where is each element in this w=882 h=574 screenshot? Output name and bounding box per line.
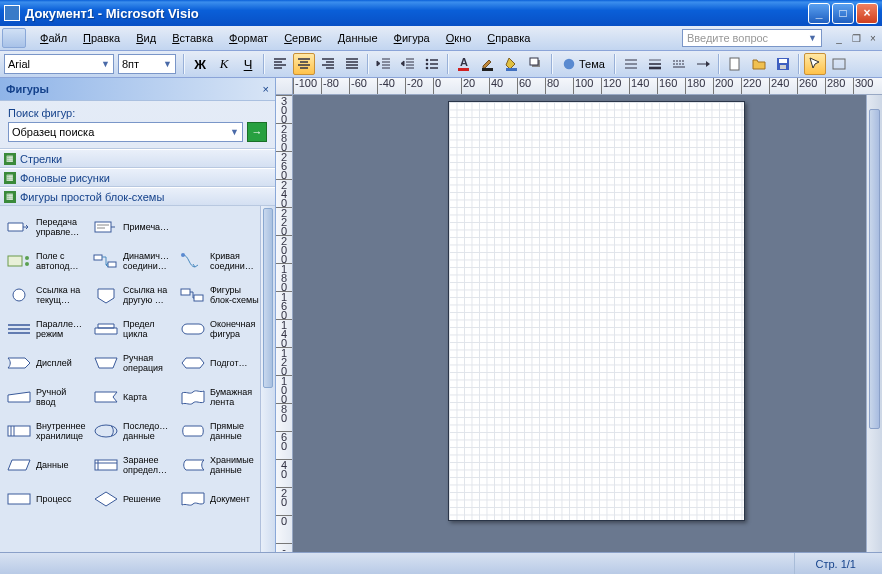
category-backgrounds[interactable]: ▦Фоновые рисунки (0, 168, 275, 187)
shape-item[interactable]: Кривая соедини… (176, 244, 263, 278)
minimize-button[interactable]: _ (808, 3, 830, 24)
mdi-restore-button[interactable]: ❐ (849, 31, 863, 45)
fill-color-button[interactable] (501, 53, 523, 75)
shape-label: Динамич… соедини… (123, 251, 174, 271)
new-button[interactable] (724, 53, 746, 75)
dropdown-icon: ▼ (230, 127, 239, 137)
shape-item[interactable]: Хранимые данные (176, 448, 263, 482)
ruler-tick: 300 (853, 78, 873, 94)
line-pattern-button[interactable] (668, 53, 690, 75)
ruler-tick: -20 (405, 78, 423, 94)
shape-item[interactable]: Заранее определ… (89, 448, 176, 482)
category-arrows[interactable]: ▦Стрелки (0, 149, 275, 168)
decrease-indent-button[interactable] (373, 53, 395, 75)
close-button[interactable]: × (856, 3, 878, 24)
shapes-scrollbar[interactable] (260, 206, 275, 555)
panel-close-button[interactable]: × (263, 83, 269, 95)
shape-item[interactable]: Внутреннее хранилище (2, 414, 89, 448)
line-ends-button[interactable] (692, 53, 714, 75)
menu-Правка[interactable]: Правка (75, 29, 128, 47)
titlebar: Документ1 - Microsoft Visio _ □ × (0, 0, 882, 26)
mdi-close-button[interactable]: × (866, 31, 880, 45)
shape-item[interactable]: Ссылка на другую … (89, 278, 176, 312)
ask-question-box[interactable]: Введите вопрос ▼ (682, 29, 822, 47)
svg-text:A: A (460, 56, 468, 68)
align-left-button[interactable] (269, 53, 291, 75)
shape-label: Прямые данные (210, 421, 261, 441)
menu-Сервис[interactable]: Сервис (276, 29, 330, 47)
ruler-tick: 0 (276, 515, 292, 526)
increase-indent-button[interactable] (397, 53, 419, 75)
scrollbar-thumb[interactable] (263, 208, 273, 388)
shape-item[interactable]: Бумажная лента (176, 380, 263, 414)
menu-Фигура[interactable]: Фигура (386, 29, 438, 47)
menu-Файл[interactable]: Файл (32, 29, 75, 47)
svg-rect-15 (95, 222, 111, 232)
horizontal-ruler[interactable]: -100-80-60-40-20020406080100120140160180… (293, 78, 882, 95)
shape-item[interactable]: Поле с автопод… (2, 244, 89, 278)
menu-bar: ФайлПравкаВидВставкаФорматСервисДанныеФи… (0, 26, 882, 51)
category-flowchart[interactable]: ▦Фигуры простой блок-схемы (0, 187, 275, 206)
italic-button[interactable]: К (213, 53, 235, 75)
vertical-scrollbar[interactable] (866, 95, 882, 555)
align-justify-button[interactable] (341, 53, 363, 75)
bold-button[interactable]: Ж (189, 53, 211, 75)
ruler-tick: 180 (276, 263, 292, 292)
bullet-list-button[interactable] (421, 53, 443, 75)
control-menu-icon[interactable] (2, 28, 26, 48)
underline-button[interactable]: Ч (237, 53, 259, 75)
menu-Окно[interactable]: Окно (438, 29, 480, 47)
shape-item[interactable]: Данные (2, 448, 89, 482)
search-go-button[interactable]: → (247, 122, 267, 142)
mdi-minimize-button[interactable]: _ (832, 31, 846, 45)
align-center-button[interactable] (293, 53, 315, 75)
scrollbar-thumb[interactable] (869, 109, 880, 429)
menu-Вид[interactable]: Вид (128, 29, 164, 47)
menu-Данные[interactable]: Данные (330, 29, 386, 47)
shape-item[interactable]: Карта (89, 380, 176, 414)
theme-button[interactable]: Тема (558, 53, 609, 75)
line-style-button[interactable] (620, 53, 642, 75)
shape-item[interactable]: Прямые данные (176, 414, 263, 448)
shadow-button[interactable] (525, 53, 547, 75)
shape-item[interactable]: Фигуры блок-схемы (176, 278, 263, 312)
shape-item[interactable]: Подгот… (176, 346, 263, 380)
shape-item[interactable]: Динамич… соедини… (89, 244, 176, 278)
align-right-button[interactable] (317, 53, 339, 75)
more-button[interactable] (828, 53, 850, 75)
shape-icon (91, 250, 121, 272)
shape-item[interactable]: Последо… данные (89, 414, 176, 448)
drawing-page[interactable] (448, 101, 745, 521)
line-color-button[interactable] (477, 53, 499, 75)
shape-item[interactable]: Примеча… (89, 210, 176, 244)
canvas-viewport[interactable] (293, 95, 882, 555)
ruler-tick: 120 (276, 347, 292, 376)
shape-item[interactable]: Решение (89, 482, 176, 516)
menu-Формат[interactable]: Формат (221, 29, 276, 47)
maximize-button[interactable]: □ (832, 3, 854, 24)
shape-item[interactable]: Паралле… режим (2, 312, 89, 346)
font-color-button[interactable]: A (453, 53, 475, 75)
shape-item[interactable]: Ручной ввод (2, 380, 89, 414)
line-weight-button[interactable] (644, 53, 666, 75)
shape-icon (91, 352, 121, 374)
shape-item[interactable]: Оконечная фигура (176, 312, 263, 346)
menu-Вставка[interactable]: Вставка (164, 29, 221, 47)
ruler-tick: 140 (276, 319, 292, 348)
shape-item[interactable]: Документ (176, 482, 263, 516)
shape-item[interactable]: Ссылка на текущ… (2, 278, 89, 312)
shape-item[interactable]: Предел цикла (89, 312, 176, 346)
shape-item[interactable]: Процесс (2, 482, 89, 516)
font-name-select[interactable]: Arial▼ (4, 54, 114, 74)
open-button[interactable] (748, 53, 770, 75)
shape-item[interactable]: Ручная операция (89, 346, 176, 380)
save-button[interactable] (772, 53, 794, 75)
font-size-select[interactable]: 8пт▼ (118, 54, 176, 74)
shape-item[interactable]: Передача управле… (2, 210, 89, 244)
pointer-tool-button[interactable] (804, 53, 826, 75)
shape-item[interactable]: Дисплей (2, 346, 89, 380)
search-placeholder: Образец поиска (12, 126, 94, 138)
search-input[interactable]: Образец поиска ▼ (8, 122, 243, 142)
vertical-ruler[interactable]: 3002802602402202001801601401201008060402… (276, 95, 293, 555)
menu-Справка[interactable]: Справка (479, 29, 538, 47)
